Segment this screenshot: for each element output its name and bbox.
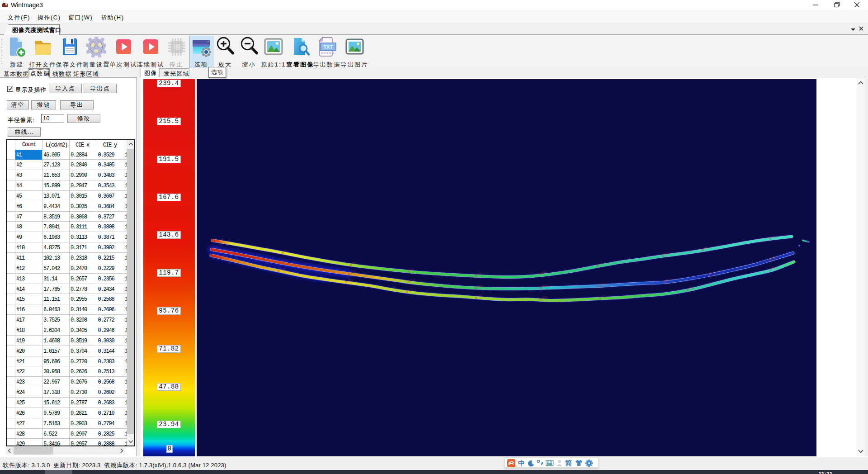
svg-text:#28: #28 — [689, 287, 694, 290]
svg-text:#13: #13 — [351, 270, 356, 273]
svg-text:#9: #9 — [704, 246, 708, 250]
svg-text:#10: #10 — [772, 235, 777, 238]
svg-text:#1: #1 — [221, 238, 224, 241]
svg-text:#23: #23 — [348, 279, 353, 282]
svg-text:#12: #12 — [282, 259, 287, 262]
svg-text:#18: #18 — [666, 278, 671, 281]
svg-text:#17: #17 — [602, 282, 607, 285]
svg-text:#3: #3 — [353, 261, 356, 265]
svg-text:#25: #25 — [478, 294, 483, 297]
svg-text:#21: #21 — [222, 255, 227, 258]
svg-text:#22: #22 — [280, 267, 285, 270]
svg-text:#14: #14 — [410, 278, 415, 281]
svg-text:#4: #4 — [410, 268, 414, 271]
svg-text:#20: #20 — [772, 256, 777, 259]
svg-text:#26: #26 — [542, 296, 547, 299]
svg-text:TXT: TXT — [324, 44, 333, 50]
svg-text:#24: #24 — [409, 288, 414, 291]
svg-text:#19: #19 — [711, 271, 716, 275]
svg-text:#2: #2 — [284, 249, 288, 252]
svg-text:#29: #29 — [772, 266, 777, 270]
svg-text:#5: #5 — [478, 272, 481, 275]
svg-text:#6: #6 — [542, 270, 546, 273]
svg-text:#8: #8 — [665, 252, 668, 256]
svg-text:#11: #11 — [222, 248, 227, 251]
svg-text:#27: #27 — [602, 295, 607, 298]
svg-text:#16: #16 — [542, 284, 547, 288]
svg-text:#7: #7 — [599, 263, 603, 266]
svg-text:#15: #15 — [478, 284, 483, 288]
